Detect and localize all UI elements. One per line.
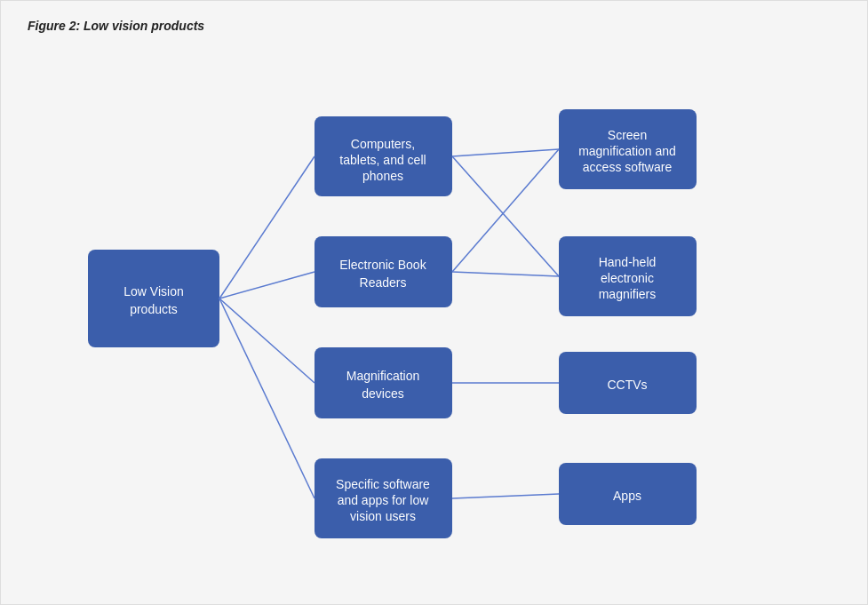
mid4-text2: and apps for low — [337, 492, 429, 506]
right1-text2: magnification and — [578, 143, 676, 157]
mid2-text1: Electronic Book — [339, 257, 426, 271]
mid1-text1: Computers, — [350, 136, 414, 150]
mid2-text2: Readers — [359, 275, 406, 289]
mid1-text2: tablets, and cell — [339, 152, 426, 166]
conn-root-mid3 — [219, 299, 315, 383]
diagram-svg: Low Vision products Computers, tablets, … — [52, 72, 816, 569]
right2-text2: electronic — [601, 270, 654, 284]
root-node-text: Low Vision — [123, 283, 183, 298]
right1-text3: access software — [582, 159, 672, 173]
right3-text1: CCTVs — [607, 377, 647, 391]
right1-text1: Screen — [607, 127, 646, 141]
figure-title: Figure 2: Low vision products — [28, 19, 840, 33]
conn-mid2-right1 — [452, 149, 559, 272]
conn-mid2-right2 — [452, 272, 559, 276]
right2-text3: magnifiers — [598, 286, 656, 300]
conn-mid4-right4 — [452, 494, 559, 498]
conn-mid1-right1 — [452, 149, 559, 156]
right4-text1: Apps — [613, 488, 641, 502]
mid2-rect — [315, 236, 452, 307]
mid4-text1: Specific software — [336, 476, 430, 490]
mid3-text1: Magnification — [346, 368, 419, 382]
root-node-rect — [88, 250, 219, 347]
conn-root-mid4 — [219, 299, 315, 498]
conn-mid1-right2 — [452, 156, 559, 276]
right2-text1: Hand-held — [598, 254, 656, 268]
diagram-area: Low Vision products Computers, tablets, … — [28, 54, 840, 586]
root-node-text2: products — [130, 301, 178, 315]
conn-root-mid1 — [219, 156, 315, 299]
page: Figure 2: Low vision products Low Vision… — [0, 0, 868, 605]
mid1-text3: phones — [362, 168, 403, 182]
mid4-text3: vision users — [350, 508, 416, 522]
mid3-text2: devices — [362, 386, 403, 400]
mid3-rect — [315, 347, 452, 418]
conn-root-mid2 — [219, 272, 315, 299]
